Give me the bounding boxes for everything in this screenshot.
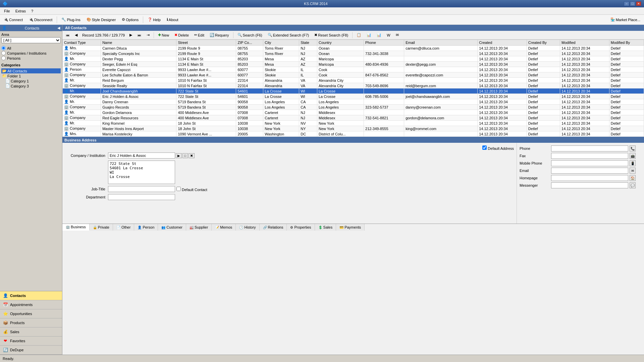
- marketplace-button[interactable]: 🏪 Market Place...: [608, 16, 643, 23]
- tab-history[interactable]: 🕐 History: [236, 224, 259, 231]
- table-row[interactable]: 👤Mr. Dexter Pegg 1134 E Main St 85203 Me…: [63, 56, 644, 62]
- table-row[interactable]: 🏢Company Specialty Concepts Inc 2199 Rou…: [63, 51, 644, 56]
- homepage-input[interactable]: [551, 175, 628, 181]
- company-select-btn[interactable]: □: [182, 153, 188, 158]
- style-designer-button[interactable]: 🎨 Style Designer: [84, 16, 118, 23]
- tab-supplier[interactable]: 🏭 Supplier: [186, 224, 212, 231]
- fax-button[interactable]: 📠: [630, 153, 636, 159]
- table-row[interactable]: 👤Mrs. Marisa Kostelecky 1090 Vermont Ave…: [63, 131, 644, 137]
- contacts-table-wrapper[interactable]: Contact Type Name Street ZIP Co... City …: [62, 40, 644, 137]
- first-record-btn[interactable]: ⏮: [64, 33, 71, 38]
- table-row[interactable]: 🏢Company Master Hosts Inns Airport 18 Jo…: [63, 126, 644, 131]
- mobile-button[interactable]: 📱: [630, 160, 636, 166]
- table-row[interactable]: 🏢Company Seeger, Edwin H Esq 1134 E Main…: [63, 62, 644, 67]
- nav-sales[interactable]: 💰 Sales: [0, 327, 62, 337]
- company-input[interactable]: [108, 153, 175, 159]
- department-input[interactable]: [108, 194, 175, 200]
- jump-btn[interactable]: ⇥: [145, 32, 152, 38]
- table-row[interactable]: 🏢Company Red Eagle Resources 400 Middles…: [63, 115, 644, 121]
- cat-all-contacts[interactable]: 📂 All Contacts: [1, 68, 61, 73]
- nav-products[interactable]: 📦 Products: [0, 318, 62, 327]
- help-button[interactable]: ❓ Help: [145, 16, 163, 23]
- table-row[interactable]: 👤Mrs. Carmen Diluca 2199 Route 9 08755 T…: [63, 46, 644, 51]
- extended-search-button[interactable]: 🔍 Extended Search (F7): [266, 32, 311, 38]
- menu-help[interactable]: ?: [29, 8, 36, 14]
- export-btn2[interactable]: 📊: [365, 32, 373, 38]
- call-button[interactable]: 📞: [630, 145, 636, 152]
- nav-dedupe[interactable]: 🔄 DeDupe: [0, 346, 62, 355]
- tab-payments[interactable]: 💳 Payments: [336, 224, 365, 231]
- cat-category1[interactable]: 📄 Category 1: [1, 78, 61, 83]
- area-select[interactable]: [ All ]: [1, 37, 61, 43]
- mail-btn[interactable]: ✉: [394, 32, 401, 38]
- company-clear-btn[interactable]: ✖: [189, 153, 195, 158]
- col-created[interactable]: Created: [478, 40, 527, 46]
- default-address-checkbox[interactable]: [482, 145, 487, 150]
- tab-properties[interactable]: ⚙ Properties: [287, 224, 315, 231]
- messenger-button[interactable]: 💬: [630, 182, 636, 188]
- messenger-input[interactable]: [551, 182, 628, 188]
- col-zip[interactable]: ZIP Co...: [236, 40, 263, 46]
- tab-relations[interactable]: 🔗 Relations: [260, 224, 287, 231]
- about-button[interactable]: ℹ About: [164, 16, 181, 23]
- address-textarea[interactable]: 722 State St 54601 La Crosse WI La Cross…: [108, 161, 175, 184]
- tab-sales[interactable]: 💲 Sales: [315, 224, 336, 231]
- default-contact-checkbox[interactable]: [176, 187, 181, 191]
- nav-contacts[interactable]: 👤 Contacts: [0, 291, 62, 300]
- menu-file[interactable]: File: [1, 8, 13, 14]
- search-button[interactable]: 🔍 Search (F6): [235, 32, 264, 38]
- table-row[interactable]: 👤Mr. Danny Creenan 5719 Bandera St 90058…: [63, 99, 644, 105]
- col-modified[interactable]: Modified: [560, 40, 609, 46]
- email-button[interactable]: ✉: [630, 168, 636, 174]
- col-street[interactable]: Street: [176, 40, 236, 46]
- mobile-input[interactable]: [551, 160, 628, 166]
- next-record-btn[interactable]: ▶: [127, 32, 134, 38]
- delete-button[interactable]: ✖ Delete: [172, 32, 191, 38]
- phone-input[interactable]: [551, 145, 628, 152]
- edit-button[interactable]: ✏ Edit: [192, 32, 206, 38]
- email-input[interactable]: [551, 168, 628, 174]
- options-button[interactable]: ⚙ Options: [119, 16, 141, 23]
- table-row[interactable]: 👤Mr. King Rommel 18 John St 10038 New Yo…: [63, 121, 644, 126]
- minimize-button[interactable]: −: [624, 1, 629, 6]
- tab-memos[interactable]: 📝 Memos: [212, 224, 236, 231]
- col-city[interactable]: City: [263, 40, 299, 46]
- word-btn[interactable]: W: [385, 33, 392, 38]
- tab-business[interactable]: 🏢 Business: [62, 224, 90, 231]
- radio-companies[interactable]: Companies / Institutions: [1, 51, 61, 55]
- new-button[interactable]: ✚ New: [156, 32, 171, 38]
- col-name[interactable]: Name: [101, 40, 176, 46]
- tab-person[interactable]: 👤 Person: [134, 224, 158, 231]
- export-btn1[interactable]: 📋: [355, 32, 363, 38]
- reset-search-button[interactable]: ✖ Reset Search (F8): [312, 32, 350, 38]
- tab-private[interactable]: 🔒 Private: [90, 224, 113, 231]
- nav-favorites[interactable]: ❤ Favorites: [0, 337, 62, 346]
- table-row[interactable]: 🏢Company Seaside Realty 1010 N Fairfax S…: [63, 83, 644, 88]
- sidebar-collapse-icon[interactable]: ◀: [57, 26, 60, 30]
- nav-opportunities[interactable]: ⭐ Opportunities: [0, 309, 62, 318]
- disconnect-button[interactable]: 🔌 Disconnect: [26, 16, 55, 23]
- col-email[interactable]: Email: [404, 40, 478, 46]
- maximize-button[interactable]: □: [630, 1, 635, 6]
- company-arrow-btn[interactable]: ▶: [176, 153, 182, 158]
- cat-folder1[interactable]: 📁 Folder 1: [1, 73, 61, 78]
- plugins-button[interactable]: 🔧 Plug-Ins: [59, 16, 83, 23]
- table-row[interactable]: 👤Mr. Gordon Delamora 400 Middlesex Ave 0…: [63, 110, 644, 115]
- table-row[interactable]: 👤Mr. Reid Bergum 1010 N Fairfax St 22314…: [63, 78, 644, 83]
- export-btn3[interactable]: 📊: [375, 32, 383, 38]
- col-modifiedby[interactable]: Modified By: [609, 40, 644, 46]
- table-row[interactable]: 🏢Company Guajiro Records 5719 Bandera St…: [63, 105, 644, 110]
- homepage-button[interactable]: 🏠: [630, 175, 636, 181]
- fax-input[interactable]: [551, 153, 628, 159]
- tab-other[interactable]: 📄 Other: [113, 224, 135, 231]
- radio-persons[interactable]: Persons: [1, 56, 61, 60]
- connect-button[interactable]: 🔌 Connect: [1, 16, 25, 23]
- table-row[interactable]: 👤Mr. Joel Chandsawangbh 722 State St 546…: [63, 88, 644, 94]
- radio-all[interactable]: All: [1, 46, 61, 50]
- col-createdby[interactable]: Created By: [527, 40, 560, 46]
- table-row[interactable]: 🏢Company Eric J Holden & Assoc 722 State…: [63, 94, 644, 99]
- nav-appointments[interactable]: 📅 Appointments: [0, 300, 62, 309]
- prev-record-btn[interactable]: ◀: [73, 32, 79, 38]
- table-row[interactable]: 🏢Company Lee Schulte Eaton & Barron 9933…: [63, 72, 644, 78]
- requery-button[interactable]: 🔄 Requery: [208, 32, 231, 38]
